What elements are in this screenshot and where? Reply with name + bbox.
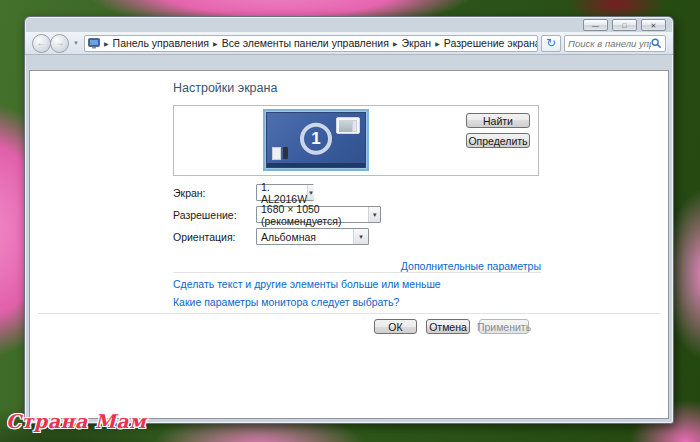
breadcrumb-item-display[interactable]: Экран	[400, 37, 434, 49]
control-panel-icon	[88, 38, 100, 49]
mini-window-icon	[336, 117, 360, 134]
ok-button[interactable]: ОК	[374, 319, 417, 334]
desktop-background: — □ ✕ ← → ▼	[0, 0, 700, 442]
search-input[interactable]	[568, 38, 651, 49]
identify-button[interactable]: Определить	[466, 133, 530, 148]
page-content: Настройки экрана 1 Найти Определить	[29, 70, 669, 419]
back-button[interactable]: ←	[32, 34, 51, 53]
breadcrumb-separator-icon: ▶	[435, 40, 440, 47]
title-bar[interactable]: — □ ✕	[25, 17, 673, 32]
back-icon: ←	[37, 38, 47, 48]
divider	[173, 272, 541, 273]
desktop-gadget-icon	[272, 147, 281, 160]
monitor-screen: 1	[266, 112, 366, 168]
breadcrumb-separator-icon: ▶	[104, 40, 109, 47]
forward-icon: →	[55, 38, 65, 48]
advanced-settings-link[interactable]: Дополнительные параметры	[401, 260, 541, 272]
apply-button[interactable]: Применить	[479, 319, 529, 334]
navigation-bar: ← → ▼ ▶ Панель управления ▶ Вс	[25, 32, 673, 55]
breadcrumb-separator-icon: ▶	[213, 40, 218, 47]
chevron-down-icon: ▼	[307, 185, 314, 200]
divider	[38, 313, 660, 314]
breadcrumb-separator-icon: ▶	[393, 40, 398, 47]
caption-buttons: — □ ✕	[583, 19, 666, 31]
orientation-select[interactable]: Альбомная ▼	[256, 228, 369, 245]
chevron-down-icon: ▼	[368, 207, 380, 222]
breadcrumb-item-control-panel[interactable]: Панель управления	[111, 37, 211, 49]
history-dropdown-icon: ▼	[73, 40, 79, 46]
which-settings-link[interactable]: Какие параметры монитора следует выбрать…	[173, 296, 399, 308]
minimize-button[interactable]: —	[583, 19, 608, 31]
maximize-button[interactable]: □	[612, 19, 637, 31]
find-button[interactable]: Найти	[466, 113, 530, 128]
forward-button[interactable]: →	[50, 34, 69, 53]
screen-select[interactable]: 1. AL2016W ▼	[256, 184, 314, 201]
screen-label: Экран:	[173, 187, 206, 199]
maximize-icon: □	[622, 22, 626, 29]
refresh-icon: ↻	[546, 37, 556, 49]
close-button[interactable]: ✕	[641, 19, 666, 31]
monitor-preview-panel: 1 Найти Определить	[173, 105, 539, 176]
monitor-1-preview[interactable]: 1	[263, 109, 369, 171]
breadcrumb-item-screen-resolution[interactable]: Разрешение экрана	[442, 37, 538, 49]
screen-select-value: 1. AL2016W	[261, 181, 307, 205]
page-title: Настройки экрана	[173, 81, 277, 95]
resolution-select[interactable]: 1680 × 1050 (рекомендуется) ▼	[256, 206, 381, 223]
resolution-select-value: 1680 × 1050 (рекомендуется)	[261, 203, 368, 227]
orientation-select-value: Альбомная	[261, 231, 316, 243]
search-box	[564, 35, 666, 52]
breadcrumb-item-all-items[interactable]: Все элементы панели управления	[220, 37, 391, 49]
refresh-button[interactable]: ↻	[541, 35, 561, 52]
desktop-gadget-icon	[283, 147, 288, 159]
cancel-button[interactable]: Отмена	[426, 319, 470, 334]
search-icon	[651, 38, 662, 49]
watermark: Страна Мам	[6, 410, 146, 432]
minimize-icon: —	[592, 22, 599, 29]
screen-resolution-window: — □ ✕ ← → ▼	[24, 16, 674, 424]
orientation-label: Ориентация:	[173, 231, 236, 243]
monitor-number-badge: 1	[300, 123, 332, 155]
close-icon: ✕	[651, 22, 657, 29]
resolution-label: Разрешение:	[173, 209, 237, 221]
taskbar-strip	[267, 163, 365, 167]
dialog-buttons: ОК Отмена Применить	[374, 319, 529, 334]
history-dropdown-button[interactable]: ▼	[73, 40, 79, 46]
make-text-bigger-link[interactable]: Сделать текст и другие элементы больше и…	[173, 278, 441, 290]
chevron-down-icon: ▼	[353, 229, 368, 244]
address-bar[interactable]: ▶ Панель управления ▶ Все элементы панел…	[84, 35, 538, 52]
